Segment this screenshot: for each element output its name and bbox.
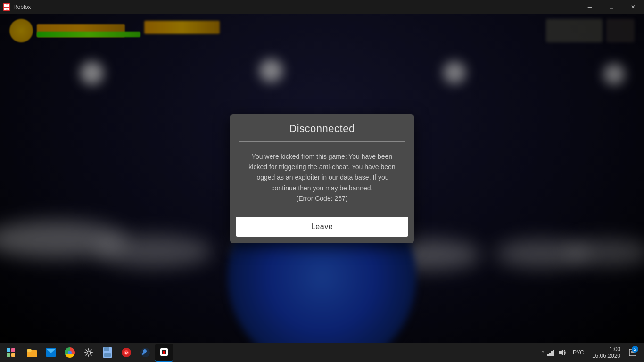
network-icon: [547, 349, 555, 356]
close-button[interactable]: ✕: [622, 0, 644, 14]
titlebar-title: Roblox: [13, 4, 579, 10]
taskbar: R ^: [0, 343, 644, 362]
svg-rect-22: [551, 351, 553, 356]
dialog-title: Disconnected: [289, 123, 355, 134]
volume-icon: [559, 349, 566, 356]
svg-point-9: [87, 351, 91, 354]
windows-logo-icon: [7, 348, 15, 357]
app1-icon: R: [121, 347, 132, 358]
dialog-message: You were kicked from this game: You have…: [248, 153, 395, 203]
folder-icon: [27, 348, 37, 357]
svg-rect-23: [553, 350, 554, 356]
mail-icon: [46, 348, 56, 357]
svg-marker-24: [559, 350, 563, 355]
dialog-footer: Leave: [230, 213, 414, 243]
dialog-overlay: Disconnected You were kicked from this g…: [0, 14, 644, 343]
floppy-icon: [103, 347, 112, 358]
tray-network-icon[interactable]: [547, 348, 555, 357]
taskbar-media[interactable]: [99, 344, 116, 362]
leave-button[interactable]: Leave: [236, 217, 408, 237]
tray-divider: [570, 348, 570, 357]
svg-rect-3: [7, 8, 9, 10]
tray-clock[interactable]: 1:00 16.06.2020: [590, 346, 622, 359]
roblox-icon: [159, 347, 169, 357]
dialog-header: Disconnected: [230, 114, 414, 141]
svg-rect-1: [7, 4, 9, 7]
tray-notification-button[interactable]: 2: [625, 343, 640, 362]
tray-expand-button[interactable]: ^: [542, 350, 544, 355]
dialog-body: You were kicked from this game: You have…: [230, 142, 414, 214]
svg-rect-21: [549, 353, 551, 356]
chrome-icon: [65, 347, 75, 358]
tray-language[interactable]: РУС: [573, 349, 584, 356]
system-tray: ^ РУС 1:00 16.06.2020: [538, 343, 644, 362]
taskbar-steam[interactable]: [136, 344, 154, 362]
taskbar-settings[interactable]: [80, 344, 98, 362]
svg-rect-12: [104, 353, 111, 357]
disconnected-dialog: Disconnected You were kicked from this g…: [230, 114, 414, 244]
notification-badge: 2: [632, 346, 638, 353]
svg-text:R: R: [125, 351, 128, 355]
svg-rect-0: [4, 4, 7, 7]
taskbar-pinned-icons: R: [21, 344, 175, 362]
steam-icon: [140, 347, 150, 358]
tray-volume-icon[interactable]: [558, 348, 567, 357]
taskbar-mail[interactable]: [42, 344, 60, 362]
minimize-button[interactable]: ─: [579, 0, 601, 14]
svg-rect-20: [547, 354, 549, 356]
svg-rect-11: [104, 347, 109, 351]
svg-rect-2: [4, 8, 7, 10]
taskbar-app1[interactable]: R: [117, 344, 135, 362]
maximize-button[interactable]: □: [601, 0, 622, 14]
clock-time: 1:00: [610, 346, 620, 353]
svg-rect-19: [163, 351, 165, 354]
svg-rect-8: [46, 348, 56, 349]
titlebar: Roblox ─ □ ✕: [0, 0, 644, 14]
titlebar-icon: [3, 3, 10, 11]
start-button[interactable]: [0, 343, 21, 362]
titlebar-controls: ─ □ ✕: [579, 0, 644, 14]
gear-icon: [84, 348, 93, 357]
clock-date: 16.06.2020: [592, 353, 620, 359]
tray-divider2: [587, 348, 587, 357]
taskbar-roblox[interactable]: [155, 344, 173, 362]
taskbar-chrome[interactable]: [61, 344, 79, 362]
taskbar-file-explorer[interactable]: [23, 344, 41, 362]
svg-rect-5: [27, 349, 32, 352]
